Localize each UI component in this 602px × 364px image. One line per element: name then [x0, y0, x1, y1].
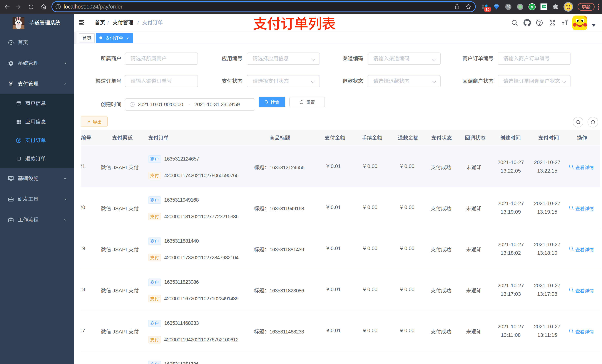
svg-text:⌘: ⌘ [506, 5, 510, 9]
svg-text:y: y [531, 4, 533, 9]
